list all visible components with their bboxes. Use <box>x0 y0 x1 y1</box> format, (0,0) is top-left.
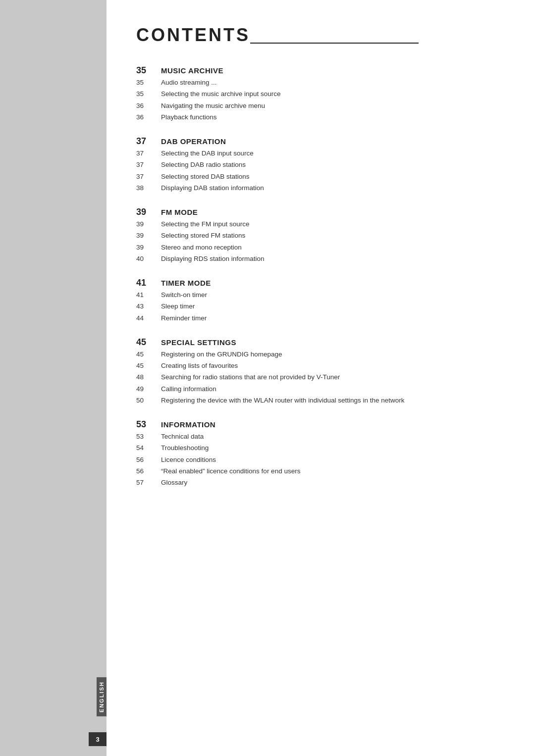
item-text-2-2: Stereo and mono reception <box>161 243 505 252</box>
item-row-0-3: 36Playback functions <box>136 112 505 122</box>
page-layout: ENGLISH 3 CONTENTS 35MUSIC ARCHIVE35Audi… <box>0 0 535 756</box>
page-title-area: CONTENTS <box>136 25 505 46</box>
item-text-3-1: Sleep timer <box>161 302 505 311</box>
page-number: 3 <box>89 732 107 746</box>
item-number-3-0: 41 <box>136 291 161 299</box>
item-row-3-1: 43Sleep timer <box>136 302 505 311</box>
item-number-1-0: 37 <box>136 150 161 157</box>
item-text-5-2: Licence conditions <box>161 455 505 465</box>
item-row-5-0: 53Technical data <box>136 432 505 442</box>
section-heading-row-3: 41TIMER MODE <box>136 278 505 288</box>
item-row-5-2: 56Licence conditions <box>136 455 505 465</box>
item-row-3-0: 41Switch-on timer <box>136 290 505 300</box>
item-row-5-3: 56“Real enabled” licence conditions for … <box>136 466 505 476</box>
item-text-4-2: Searching for radio stations that are no… <box>161 372 505 382</box>
section-35: 35MUSIC ARCHIVE35Audio streaming ...35Se… <box>136 65 505 122</box>
item-text-1-0: Selecting the DAB input source <box>161 149 505 158</box>
item-number-4-0: 45 <box>136 351 161 358</box>
item-row-3-2: 44Reminder timer <box>136 313 505 323</box>
section-45: 45SPECIAL SETTINGS45Registering on the G… <box>136 337 505 405</box>
item-row-0-0: 35Audio streaming ... <box>136 78 505 88</box>
item-number-4-2: 48 <box>136 373 161 381</box>
item-text-5-1: Troubleshooting <box>161 443 505 453</box>
item-text-2-3: Displaying RDS station information <box>161 254 505 264</box>
item-number-5-2: 56 <box>136 456 161 463</box>
section-heading-text-2: FM MODE <box>161 208 198 216</box>
section-heading-text-5: INFORMATION <box>161 420 215 429</box>
section-heading-row-1: 37DAB OPERATION <box>136 136 505 147</box>
item-number-1-3: 38 <box>136 184 161 192</box>
item-number-5-3: 56 <box>136 467 161 475</box>
item-text-5-0: Technical data <box>161 432 505 442</box>
item-row-1-3: 38Displaying DAB station information <box>136 183 505 193</box>
item-row-2-2: 39Stereo and mono reception <box>136 243 505 252</box>
section-heading-row-5: 53INFORMATION <box>136 419 505 430</box>
item-row-2-3: 40Displaying RDS station information <box>136 254 505 264</box>
section-heading-text-1: DAB OPERATION <box>161 137 226 146</box>
item-text-4-0: Registering on the GRUNDIG homepage <box>161 350 505 359</box>
section-number-4: 45 <box>136 337 161 348</box>
sections-container: 35MUSIC ARCHIVE35Audio streaming ...35Se… <box>136 65 505 488</box>
section-heading-text-3: TIMER MODE <box>161 279 211 287</box>
item-number-1-2: 37 <box>136 173 161 180</box>
section-heading-text-4: SPECIAL SETTINGS <box>161 338 236 347</box>
item-number-0-3: 36 <box>136 113 161 121</box>
item-text-1-3: Displaying DAB station information <box>161 183 505 193</box>
item-text-5-3: “Real enabled” licence conditions for en… <box>161 466 505 476</box>
section-heading-text-0: MUSIC ARCHIVE <box>161 66 223 75</box>
item-text-3-2: Reminder timer <box>161 313 505 323</box>
item-text-4-1: Creating lists of favourites <box>161 361 505 371</box>
section-heading-row-2: 39FM MODE <box>136 207 505 217</box>
item-text-1-1: Selecting DAB radio stations <box>161 160 505 170</box>
item-number-5-4: 57 <box>136 479 161 486</box>
item-row-2-0: 39Selecting the FM input source <box>136 219 505 229</box>
section-39: 39FM MODE39Selecting the FM input source… <box>136 207 505 264</box>
item-text-3-0: Switch-on timer <box>161 290 505 300</box>
item-number-2-1: 39 <box>136 232 161 239</box>
item-number-4-3: 49 <box>136 385 161 393</box>
item-number-0-1: 35 <box>136 90 161 98</box>
item-number-5-1: 54 <box>136 444 161 452</box>
item-row-1-0: 37Selecting the DAB input source <box>136 149 505 158</box>
section-number-3: 41 <box>136 278 161 288</box>
sidebar: ENGLISH 3 <box>0 0 107 756</box>
item-row-4-3: 49Calling information <box>136 384 505 394</box>
item-row-4-4: 50Registering the device with the WLAN r… <box>136 396 505 405</box>
item-text-1-2: Selecting stored DAB stations <box>161 172 505 182</box>
item-row-2-1: 39Selecting stored FM stations <box>136 231 505 241</box>
item-row-5-4: 57Glossary <box>136 478 505 488</box>
item-text-0-3: Playback functions <box>161 112 505 122</box>
main-content: CONTENTS 35MUSIC ARCHIVE35Audio streamin… <box>107 0 535 756</box>
item-row-4-1: 45Creating lists of favourites <box>136 361 505 371</box>
item-text-4-3: Calling information <box>161 384 505 394</box>
section-37: 37DAB OPERATION37Selecting the DAB input… <box>136 136 505 193</box>
item-text-2-1: Selecting stored FM stations <box>161 231 505 241</box>
english-label: ENGLISH <box>97 677 107 716</box>
item-number-5-0: 53 <box>136 433 161 440</box>
item-text-4-4: Registering the device with the WLAN rou… <box>161 396 505 405</box>
section-41: 41TIMER MODE41Switch-on timer43Sleep tim… <box>136 278 505 323</box>
item-number-3-2: 44 <box>136 314 161 322</box>
item-number-2-0: 39 <box>136 220 161 228</box>
item-number-4-4: 50 <box>136 397 161 404</box>
item-number-2-2: 39 <box>136 244 161 251</box>
item-number-1-1: 37 <box>136 161 161 168</box>
item-number-3-1: 43 <box>136 302 161 310</box>
item-number-0-0: 35 <box>136 79 161 86</box>
section-53: 53INFORMATION53Technical data54Troublesh… <box>136 419 505 488</box>
section-number-5: 53 <box>136 419 161 430</box>
item-text-0-2: Navigating the music archive menu <box>161 101 505 111</box>
item-text-0-0: Audio streaming ... <box>161 78 505 88</box>
section-number-2: 39 <box>136 207 161 217</box>
item-row-5-1: 54Troubleshooting <box>136 443 505 453</box>
section-number-0: 35 <box>136 65 161 76</box>
item-text-2-0: Selecting the FM input source <box>161 219 505 229</box>
section-heading-row-4: 45SPECIAL SETTINGS <box>136 337 505 348</box>
section-number-1: 37 <box>136 136 161 147</box>
page-title: CONTENTS <box>136 25 250 46</box>
item-text-5-4: Glossary <box>161 478 505 488</box>
section-heading-row-0: 35MUSIC ARCHIVE <box>136 65 505 76</box>
item-number-2-3: 40 <box>136 255 161 262</box>
item-row-1-1: 37Selecting DAB radio stations <box>136 160 505 170</box>
item-row-0-1: 35Selecting the music archive input sour… <box>136 89 505 99</box>
